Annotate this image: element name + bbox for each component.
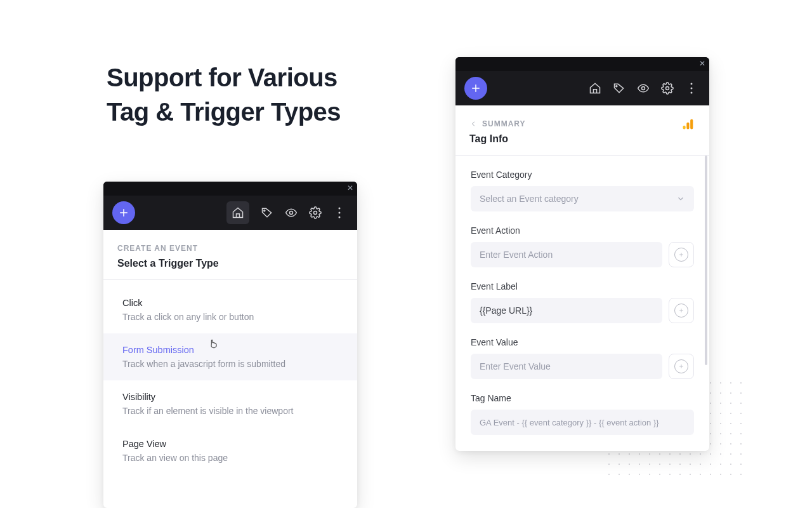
- svg-point-6: [339, 212, 341, 214]
- panel-title: Select a Trigger Type: [117, 258, 343, 269]
- trigger-option-visibility[interactable]: Visibility Track if an element is visibl…: [103, 380, 357, 427]
- tag-name-input[interactable]: GA Event - {{ event category }} - {{ eve…: [471, 410, 694, 435]
- more-icon[interactable]: [333, 206, 346, 219]
- option-desc: Track if an element is visible in the vi…: [122, 406, 338, 416]
- add-button[interactable]: [112, 201, 135, 224]
- eyebrow: CREATE AN EVENT: [117, 244, 343, 253]
- svg-point-14: [691, 88, 693, 90]
- input-placeholder: Enter Event Action: [480, 250, 553, 260]
- eye-icon[interactable]: [285, 206, 298, 219]
- headline-line-2: Tag & Trigger Types: [107, 98, 341, 126]
- tag-icon[interactable]: [261, 206, 273, 219]
- field-event-value: Event Value Enter Event Value: [471, 337, 694, 379]
- scrollbar-thumb[interactable]: [705, 156, 707, 365]
- back-to-summary[interactable]: SUMMARY: [469, 119, 695, 128]
- trigger-options-list: Click Track a click on any link or butto…: [103, 280, 357, 481]
- svg-rect-16: [683, 126, 686, 130]
- trigger-panel-heading: CREATE AN EVENT Select a Trigger Type: [103, 230, 357, 280]
- panel-title: Tag Info: [469, 133, 695, 145]
- option-desc: Track when a javascript form is submitte…: [122, 359, 338, 369]
- gear-icon[interactable]: [661, 82, 674, 95]
- analytics-icon: [681, 118, 694, 133]
- field-event-label: Event Label {{Page URL}}: [471, 281, 694, 323]
- svg-rect-17: [686, 123, 689, 130]
- svg-point-12: [666, 87, 669, 90]
- event-category-select[interactable]: Select an Event category: [471, 186, 694, 211]
- marketing-headline: Support for Various Tag & Trigger Types: [107, 60, 341, 129]
- event-label-add-button[interactable]: [669, 298, 694, 323]
- option-desc: Track a click on any link or button: [122, 312, 338, 322]
- event-value-input[interactable]: Enter Event Value: [471, 354, 662, 379]
- input-value: GA Event - {{ event category }} - {{ eve…: [480, 418, 659, 427]
- input-value: {{Page URL}}: [480, 305, 532, 316]
- field-event-category: Event Category Select an Event category: [471, 170, 694, 211]
- event-action-input[interactable]: Enter Event Action: [471, 242, 662, 267]
- field-tag-name: Tag Name GA Event - {{ event category }}…: [471, 393, 694, 435]
- svg-rect-18: [690, 119, 693, 130]
- field-label: Event Value: [471, 337, 694, 347]
- tag-icon[interactable]: [613, 82, 625, 95]
- trigger-option-form-submission[interactable]: Form Submission Track when a javascript …: [103, 333, 357, 380]
- field-label: Event Category: [471, 170, 694, 180]
- close-icon[interactable]: ✕: [347, 184, 353, 192]
- select-placeholder: Select an Event category: [480, 194, 579, 204]
- svg-point-11: [642, 87, 645, 90]
- tag-info-panel-header: ✕: [455, 57, 709, 105]
- home-icon[interactable]: [226, 201, 249, 224]
- trigger-panel-header: ✕: [103, 182, 357, 230]
- input-placeholder: Enter Event Value: [480, 361, 551, 371]
- eye-icon[interactable]: [637, 82, 650, 95]
- titlebar: ✕: [455, 57, 709, 71]
- tag-form: Event Category Select an Event category …: [455, 156, 709, 441]
- field-event-action: Event Action Enter Event Action: [471, 225, 694, 267]
- gear-icon[interactable]: [309, 206, 322, 219]
- event-label-input[interactable]: {{Page URL}}: [471, 298, 662, 323]
- svg-point-3: [290, 211, 293, 215]
- svg-point-2: [264, 210, 265, 211]
- field-label: Tag Name: [471, 393, 694, 403]
- field-label: Event Action: [471, 225, 694, 236]
- event-value-add-button[interactable]: [669, 354, 694, 379]
- svg-point-10: [616, 86, 617, 87]
- close-icon[interactable]: ✕: [699, 59, 705, 68]
- eyebrow: SUMMARY: [482, 119, 526, 128]
- svg-point-7: [339, 217, 341, 218]
- event-action-add-button[interactable]: [669, 242, 694, 267]
- option-title: Click: [122, 298, 338, 308]
- headline-line-1: Support for Various: [107, 64, 337, 91]
- svg-point-13: [691, 83, 693, 85]
- option-desc: Track an view on this page: [122, 453, 338, 463]
- option-title: Form Submission: [122, 345, 338, 355]
- more-icon[interactable]: [685, 82, 698, 95]
- trigger-panel: ✕: [103, 182, 357, 508]
- trigger-option-click[interactable]: Click Track a click on any link or butto…: [103, 286, 357, 333]
- topbar: [103, 196, 357, 230]
- home-icon[interactable]: [589, 82, 601, 95]
- trigger-option-page-view[interactable]: Page View Track an view on this page: [103, 427, 357, 474]
- cursor-pointer-icon: [208, 338, 218, 349]
- tag-info-heading: SUMMARY Tag Info: [455, 105, 709, 156]
- option-title: Page View: [122, 439, 338, 449]
- field-label: Event Label: [471, 281, 694, 291]
- add-button[interactable]: [464, 77, 487, 100]
- titlebar: ✕: [103, 182, 357, 196]
- option-title: Visibility: [122, 392, 338, 402]
- svg-point-4: [314, 211, 317, 215]
- svg-point-15: [691, 92, 693, 94]
- topbar: [455, 71, 709, 105]
- tag-info-panel: ✕: [455, 57, 709, 451]
- svg-point-5: [339, 208, 341, 210]
